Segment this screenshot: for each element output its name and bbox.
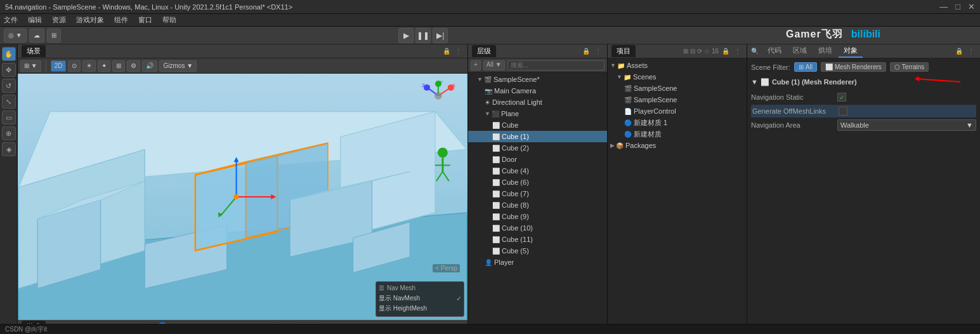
menu-gameobject[interactable]: 游戏对象 [76, 15, 104, 25]
hierarchy-item-camera[interactable]: 📷 Main Camera [468, 85, 607, 97]
hierarchy-item-cube8[interactable]: ⬜ Cube (8) [468, 199, 607, 211]
project-icon4[interactable]: ☆ [704, 48, 710, 55]
scene-lighting-btn[interactable]: ⊙ [68, 60, 81, 72]
hierarchy-item-cube9[interactable]: ⬜ Cube (9) [468, 211, 607, 222]
hierarchy-item-cube[interactable]: ⬜ Cube [468, 119, 607, 131]
menu-assets[interactable]: 资源 [52, 15, 66, 25]
inspector-tab-area[interactable]: 区域 [788, 44, 812, 58]
scene-fx-btn[interactable]: ✦ [98, 60, 110, 72]
project-lock-icon[interactable]: 🔒 [721, 46, 731, 57]
hierarchy-filter-btn[interactable]: All ▼ [483, 60, 505, 70]
hierarchy-item-cube4[interactable]: ⬜ Cube (4) [468, 165, 607, 177]
cloud-button[interactable]: ☁ [29, 29, 44, 43]
scene-root-item[interactable]: ▼ 🎬 SampleScene* [468, 74, 607, 85]
tool-hand[interactable]: ✋ [2, 47, 16, 61]
scene-skybox-btn[interactable]: ☀ [82, 60, 96, 72]
project-tab[interactable]: 项目 [611, 45, 636, 57]
hierarchy-panel: 层级 🔒 ⋮ + All ▼ ▼ 🎬 SampleScene* 📷 Main C… [468, 44, 608, 334]
component-icon: ⬜ [761, 78, 769, 86]
hierarchy-item-cube1[interactable]: ⬜ Cube (1) [468, 131, 607, 142]
nav-mesh-item-1[interactable]: 显示 NavMesh ✓ [379, 293, 461, 304]
nav-mesh-item-2[interactable]: 显示 HeightMesh [379, 304, 461, 314]
menu-edit[interactable]: 编辑 [28, 15, 42, 25]
hierarchy-item-player[interactable]: 👤 Player [468, 257, 607, 268]
hierarchy-item-cube7[interactable]: ⬜ Cube (7) [468, 188, 607, 199]
hierarchy-item-cube5[interactable]: ⬜ Cube (5) [468, 245, 607, 257]
project-material1[interactable]: 🔵 新建材质 1 [608, 117, 747, 128]
project-icon1[interactable]: ⊞ [683, 48, 688, 55]
hierarchy-item-cube6[interactable]: ⬜ Cube (6) [468, 177, 607, 188]
titlebar-controls: — □ ✕ [939, 2, 975, 11]
hierarchy-item-light[interactable]: ☀ Directional Light [468, 97, 607, 108]
scene-lock-icon[interactable]: 🔒 [441, 46, 452, 57]
project-scale[interactable]: 16 [712, 48, 719, 55]
scene-toolbar: ⊞ ▼ 2D ⊙ ☀ ✦ ⊞ ⚙ 🔊 Gizmos ▼ [18, 58, 467, 74]
inspector-lock-icon[interactable]: 🔒 [954, 46, 964, 57]
hierarchy-add-btn[interactable]: + [471, 60, 481, 70]
scene-vis-btn[interactable]: ⚙ [127, 60, 140, 72]
minimize-button[interactable]: — [939, 2, 948, 11]
filter-mesh-btn[interactable]: ⬜ Mesh Renderers [821, 62, 886, 72]
inspector-menu-icon[interactable]: ⋮ [966, 46, 976, 57]
inspector-tab-object[interactable]: 对象 [839, 44, 863, 58]
inspector-tab-code[interactable]: 代码 [762, 44, 787, 58]
project-material2[interactable]: 🔵 新建材质 [608, 128, 747, 140]
account-button[interactable]: ◎ ▼ [4, 29, 27, 43]
scene-grid-btn[interactable]: ⊞ [112, 60, 125, 72]
hierarchy-search-input[interactable] [507, 60, 604, 70]
project-scenes-folder[interactable]: ▼ 📁 Scenes [608, 71, 747, 83]
menu-file[interactable]: 文件 [4, 15, 18, 25]
scene-gizmos-btn[interactable]: Gizmos ▼ [159, 60, 197, 72]
hierarchy-menu-icon[interactable]: ⋮ [593, 46, 603, 57]
left-tools-panel: ✋ ✥ ↺ ⤡ ▭ ⊕ ◈ [0, 44, 18, 334]
project-assets-root[interactable]: ▼ 📁 Assets [608, 60, 747, 71]
filter-all-btn[interactable]: ⊞ All [794, 62, 817, 72]
hierarchy-item-door[interactable]: ⬜ Door [468, 154, 607, 165]
tool-rotate[interactable]: ↺ [2, 79, 16, 93]
scene-filter-row: Scene Filter: ⊞ All ⬜ Mesh Renderers ⬡ T… [751, 62, 976, 72]
filter-terrain-btn[interactable]: ⬡ Terrains [890, 62, 929, 72]
step-button[interactable]: ▶| [433, 28, 448, 43]
play-button[interactable]: ▶ [398, 28, 414, 43]
project-scene1[interactable]: 🎬 SampleScene [608, 83, 747, 94]
hierarchy-item-plane[interactable]: ▼ ⬛ Plane [468, 108, 607, 119]
hierarchy-lock-icon[interactable]: 🔒 [581, 46, 591, 57]
project-scene2[interactable]: 🎬 SampleScene [608, 94, 747, 105]
menu-component[interactable]: 组件 [114, 15, 128, 25]
tool-move[interactable]: ✥ [2, 63, 16, 77]
project-content: ▼ 📁 Assets ▼ 📁 Scenes 🎬 SampleScene 🎬 Sa… [608, 58, 747, 334]
scene-2d-btn[interactable]: 2D [51, 60, 67, 72]
tool-scale[interactable]: ⤡ [2, 95, 16, 109]
scene-draw-mode[interactable]: ⊞ ▼ [20, 60, 41, 72]
nav-static-checkbox[interactable]: ✓ [837, 93, 846, 102]
hierarchy-item-cube10[interactable]: ⬜ Cube (10) [468, 222, 607, 234]
scene-menu-icon[interactable]: ⋮ [454, 46, 464, 57]
maximize-button[interactable]: □ [955, 2, 960, 11]
menu-help[interactable]: 帮助 [162, 15, 176, 25]
hierarchy-item-cube2[interactable]: ⬜ Cube (2) [468, 142, 607, 154]
inspector-tab-bake[interactable]: 烘培 [813, 44, 837, 58]
plane-expand-arrow: ▼ [485, 110, 490, 117]
project-icon2[interactable]: ⊟ [690, 48, 695, 55]
project-packages[interactable]: ▶ 📦 Packages [608, 140, 747, 151]
close-button[interactable]: ✕ [968, 2, 975, 11]
gen-offmesh-checkbox[interactable] [839, 107, 847, 116]
hierarchy-header-right: 🔒 ⋮ [581, 46, 603, 57]
pause-button[interactable]: ❚❚ [415, 28, 431, 43]
arrow-container [859, 76, 976, 88]
menu-window[interactable]: 窗口 [138, 15, 152, 25]
tool-transform[interactable]: ⊕ [2, 126, 16, 140]
tool-rect[interactable]: ▭ [2, 110, 16, 124]
hierarchy-tab[interactable]: 层级 [472, 45, 496, 57]
project-playercontrol[interactable]: 📄 PlayerControl [608, 105, 747, 117]
svg-text:X: X [452, 83, 456, 88]
layers-button[interactable]: ⊞ [47, 29, 61, 43]
scene-canvas[interactable]: X Y Z < Persp [18, 74, 467, 320]
scene-tab[interactable]: 场景 [22, 45, 46, 57]
nav-area-dropdown[interactable]: Walkable ▼ [837, 119, 976, 131]
scene-audio-btn[interactable]: 🔊 [142, 60, 157, 72]
tool-custom[interactable]: ◈ [2, 142, 16, 156]
project-menu-icon[interactable]: ⋮ [733, 46, 743, 57]
hierarchy-item-cube11[interactable]: ⬜ Cube (11) [468, 234, 607, 245]
project-icon3[interactable]: ⟳ [697, 48, 702, 55]
